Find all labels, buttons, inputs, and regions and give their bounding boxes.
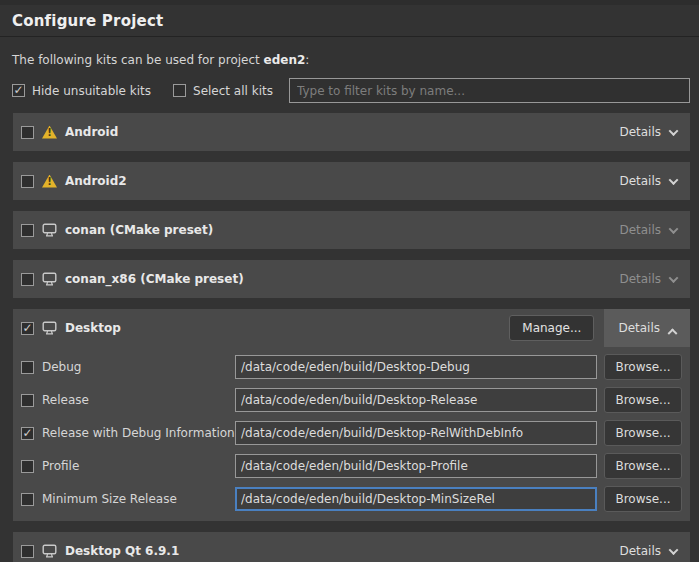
kit-name: Desktop Qt 6.9.1: [65, 544, 179, 558]
select-all-kits-label: Select all kits: [193, 84, 273, 98]
details-toggle[interactable]: Details: [619, 125, 677, 139]
chevron-down-icon: [669, 545, 679, 555]
warning-icon: [42, 175, 57, 188]
kit-checkbox[interactable]: [21, 126, 34, 139]
config-label: Release: [42, 393, 235, 407]
desktop-build-configs: Debug Browse... Release Browse... Releas…: [13, 347, 690, 521]
manage-kits-button[interactable]: Manage...: [509, 315, 594, 341]
config-label: Profile: [42, 459, 235, 473]
kit-name: conan_x86 (CMake preset): [65, 272, 244, 286]
kit-header: Desktop Manage... Details: [13, 309, 690, 347]
details-badge: Details: [604, 309, 690, 347]
browse-button[interactable]: Browse...: [604, 354, 682, 380]
browse-button[interactable]: Browse...: [604, 387, 682, 413]
kit-row-desktop: Desktop Manage... Details Debug Browse..…: [13, 309, 690, 521]
chevron-down-icon: [669, 273, 679, 283]
build-dir-input[interactable]: [235, 388, 597, 412]
details-label: Details: [619, 174, 661, 188]
monitor-icon: [42, 272, 57, 286]
details-toggle[interactable]: Details: [618, 321, 676, 335]
config-checkbox[interactable]: [21, 361, 34, 374]
hide-unsuitable-kits-toggle[interactable]: Hide unsuitable kits: [12, 84, 151, 98]
kit-row-android: Android Details: [13, 113, 690, 151]
kits-intro-text: The following kits can be used for proje…: [0, 37, 699, 67]
monitor-icon: [42, 321, 57, 335]
kit-filter-controls: Hide unsuitable kits Select all kits: [0, 67, 699, 103]
kit-checkbox[interactable]: [21, 273, 34, 286]
kit-row-conan-x86: conan_x86 (CMake preset) Details: [13, 260, 690, 298]
details-label: Details: [619, 223, 661, 237]
select-all-kits-toggle[interactable]: Select all kits: [173, 84, 273, 98]
config-row-minsizerel: Minimum Size Release Browse...: [21, 486, 682, 512]
kit-header: conan_x86 (CMake preset) Details: [13, 260, 690, 298]
kit-name: Android: [65, 125, 118, 139]
title-bar: Configure Project: [0, 5, 699, 37]
details-toggle: Details: [619, 272, 677, 286]
kit-header: Android Details: [13, 113, 690, 151]
warning-icon: [42, 126, 57, 139]
chevron-down-icon: [669, 126, 679, 136]
details-label: Details: [618, 321, 660, 335]
config-label: Minimum Size Release: [42, 492, 235, 506]
build-dir-input-focused[interactable]: [235, 487, 597, 511]
chevron-down-icon: [669, 224, 679, 234]
browse-button[interactable]: Browse...: [604, 420, 682, 446]
kit-row-desktop-qt: Desktop Qt 6.9.1 Details: [13, 532, 690, 562]
kit-checkbox[interactable]: [21, 224, 34, 237]
kit-row-conan: conan (CMake preset) Details: [13, 211, 690, 249]
config-row-debug: Debug Browse...: [21, 354, 682, 380]
details-toggle: Details: [619, 223, 677, 237]
details-label: Details: [619, 125, 661, 139]
details-toggle[interactable]: Details: [619, 544, 677, 558]
project-name: eden2: [264, 53, 306, 67]
intro-text-suffix: :: [305, 53, 309, 67]
kit-row-android2: Android2 Details: [13, 162, 690, 200]
browse-button[interactable]: Browse...: [604, 453, 682, 479]
config-row-profile: Profile Browse...: [21, 453, 682, 479]
details-label: Details: [619, 272, 661, 286]
hide-unsuitable-kits-label: Hide unsuitable kits: [32, 84, 151, 98]
build-dir-input[interactable]: [235, 355, 597, 379]
kit-filter-input[interactable]: [289, 78, 690, 103]
details-label: Details: [619, 544, 661, 558]
configure-project-page: Configure Project The following kits can…: [0, 0, 699, 562]
kit-header: Android2 Details: [13, 162, 690, 200]
details-toggle[interactable]: Details: [619, 174, 677, 188]
config-checkbox[interactable]: [21, 427, 34, 440]
config-row-relwithdebinfo: Release with Debug Information Browse...: [21, 420, 682, 446]
kit-checkbox[interactable]: [21, 322, 34, 335]
kit-name: Desktop: [65, 321, 121, 335]
config-label: Release with Debug Information: [42, 426, 235, 440]
kit-name: Android2: [65, 174, 127, 188]
kit-header: Desktop Qt 6.9.1 Details: [13, 532, 690, 562]
browse-button[interactable]: Browse...: [604, 486, 682, 512]
page-title: Configure Project: [12, 12, 687, 30]
config-label: Debug: [42, 360, 235, 374]
monitor-icon: [42, 223, 57, 237]
build-dir-input[interactable]: [235, 421, 597, 445]
config-checkbox[interactable]: [21, 394, 34, 407]
kit-list: Android Details Android2 Details: [0, 113, 699, 562]
kit-checkbox[interactable]: [21, 175, 34, 188]
checkbox-checked-icon[interactable]: [12, 84, 25, 97]
checkbox-unchecked-icon[interactable]: [173, 84, 186, 97]
monitor-icon: [42, 544, 57, 558]
config-checkbox[interactable]: [21, 493, 34, 506]
build-dir-input[interactable]: [235, 454, 597, 478]
config-row-release: Release Browse...: [21, 387, 682, 413]
kit-name: conan (CMake preset): [65, 223, 213, 237]
chevron-down-icon: [669, 175, 679, 185]
config-checkbox[interactable]: [21, 460, 34, 473]
intro-text-prefix: The following kits can be used for proje…: [12, 53, 264, 67]
kit-header: conan (CMake preset) Details: [13, 211, 690, 249]
kit-checkbox[interactable]: [21, 545, 34, 558]
chevron-up-icon: [668, 328, 678, 338]
